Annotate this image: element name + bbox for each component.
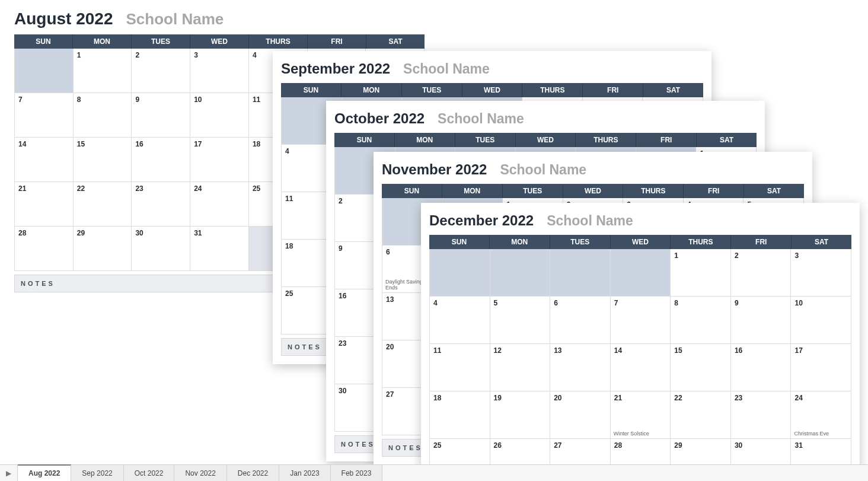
day-number: 25: [285, 289, 293, 298]
sheet-tab[interactable]: Nov 2022: [174, 465, 226, 481]
day-cell[interactable]: 20: [550, 391, 611, 439]
day-number: 24: [194, 184, 202, 193]
dow-cell: WED: [190, 34, 249, 49]
day-cell[interactable]: [429, 249, 490, 297]
dow-cell: FRI: [308, 34, 366, 49]
day-number: 21: [18, 184, 26, 193]
day-cell[interactable]: 2: [132, 49, 190, 93]
dow-cell: MON: [395, 133, 455, 147]
sheet-tab[interactable]: Jan 2023: [279, 465, 330, 481]
sheet-tabs-bar: ▶ Aug 2022Sep 2022Oct 2022Nov 2022Dec 20…: [0, 464, 868, 481]
day-cell[interactable]: [611, 249, 671, 297]
day-cell[interactable]: 15: [671, 344, 731, 391]
day-cell[interactable]: 2: [731, 249, 792, 297]
day-number: 15: [674, 346, 682, 355]
dow-cell: SUN: [382, 184, 442, 198]
day-cell[interactable]: 1: [671, 249, 731, 297]
day-cell[interactable]: 7: [611, 297, 671, 344]
dow-cell: TUES: [402, 83, 462, 97]
day-number: 9: [339, 244, 343, 253]
day-cell[interactable]: 22: [671, 391, 731, 439]
day-number: 4: [433, 299, 438, 307]
day-cell[interactable]: 22: [74, 182, 132, 227]
day-cell[interactable]: 29: [74, 227, 132, 271]
day-number: 14: [614, 346, 622, 355]
dow-row: SUNMONTUESWEDTHURSFRISAT: [326, 133, 765, 147]
day-number: 10: [794, 299, 802, 307]
day-cell[interactable]: 4: [429, 297, 490, 344]
tabs-nav-button[interactable]: ▶: [0, 465, 18, 481]
day-number: 11: [253, 95, 260, 104]
sheet-tab[interactable]: Sep 2022: [71, 465, 123, 481]
day-cell[interactable]: 18: [429, 391, 490, 439]
day-cell[interactable]: 9: [731, 297, 792, 344]
day-cell[interactable]: 19: [490, 391, 551, 439]
day-cell[interactable]: 13: [550, 344, 611, 391]
day-number: 16: [135, 140, 143, 148]
sheet-tab[interactable]: Aug 2022: [18, 464, 71, 481]
day-cell[interactable]: 3: [791, 249, 851, 297]
dow-cell: THURS: [671, 235, 731, 249]
dow-cell: SAT: [792, 235, 851, 249]
day-number: 31: [194, 229, 202, 237]
day-cell[interactable]: [550, 249, 611, 297]
day-cell[interactable]: 24Christmas Eve: [791, 391, 851, 439]
day-cell[interactable]: 17: [791, 344, 851, 391]
calendar-subtitle: School Name: [547, 213, 633, 229]
day-cell[interactable]: 17: [190, 138, 249, 182]
day-cell[interactable]: 14: [611, 344, 671, 391]
day-cell[interactable]: 21Winter Solstice: [611, 391, 671, 439]
day-number: 31: [794, 441, 802, 450]
day-cell[interactable]: 23: [731, 391, 792, 439]
day-number: 8: [674, 299, 678, 307]
calendar-subtitle: School Name: [500, 162, 586, 178]
day-cell[interactable]: 10: [791, 297, 851, 344]
sheet-tab[interactable]: Feb 2023: [331, 465, 383, 481]
day-cell[interactable]: 6: [550, 297, 611, 344]
day-cell[interactable]: 5: [490, 297, 551, 344]
day-number: 16: [735, 346, 742, 355]
day-cell[interactable]: 24: [190, 182, 249, 227]
day-number: 6: [554, 299, 558, 307]
calendar-grid: 123456789101112131415161718192021Winter …: [421, 249, 860, 481]
day-cell[interactable]: 21: [14, 182, 74, 227]
day-cell[interactable]: 16: [731, 344, 792, 391]
sheet-tab[interactable]: Oct 2022: [124, 465, 175, 481]
dow-cell: MON: [442, 184, 503, 198]
dow-cell: SUN: [14, 34, 73, 49]
day-cell[interactable]: 23: [132, 182, 190, 227]
day-cell[interactable]: 15: [74, 138, 132, 182]
day-cell[interactable]: [14, 49, 74, 93]
day-cell[interactable]: 3: [190, 49, 249, 93]
dow-cell: THURS: [623, 184, 684, 198]
day-cell[interactable]: 11: [429, 344, 490, 391]
day-cell[interactable]: 12: [490, 344, 551, 391]
day-cell[interactable]: 8: [671, 297, 731, 344]
day-cell[interactable]: 31: [190, 227, 249, 271]
day-number: 3: [794, 251, 799, 260]
day-cell[interactable]: 28: [14, 227, 74, 271]
day-cell[interactable]: 16: [132, 138, 190, 182]
day-cell[interactable]: 14: [14, 138, 74, 182]
dow-cell: WED: [611, 235, 671, 249]
day-number: 27: [386, 390, 394, 399]
day-number: 23: [135, 184, 143, 193]
day-number: 1: [77, 51, 81, 59]
dow-cell: SAT: [744, 184, 804, 198]
day-number: 11: [285, 195, 293, 203]
day-cell[interactable]: 7: [14, 93, 74, 138]
day-cell[interactable]: [490, 249, 551, 297]
day-number: 22: [77, 184, 85, 193]
dow-cell: WED: [462, 83, 523, 97]
sheet-tab[interactable]: Dec 2022: [227, 465, 279, 481]
day-cell[interactable]: 30: [132, 227, 190, 271]
calendar-title: December 2022: [429, 212, 534, 229]
day-cell[interactable]: 10: [190, 93, 249, 138]
day-cell[interactable]: 1: [74, 49, 132, 93]
day-number: 13: [386, 295, 394, 304]
calendar-title: September 2022: [281, 60, 390, 77]
day-cell[interactable]: 8: [74, 93, 132, 138]
day-number: 8: [77, 95, 81, 104]
calendar-title: August 2022: [14, 9, 113, 28]
day-cell[interactable]: 9: [132, 93, 190, 138]
